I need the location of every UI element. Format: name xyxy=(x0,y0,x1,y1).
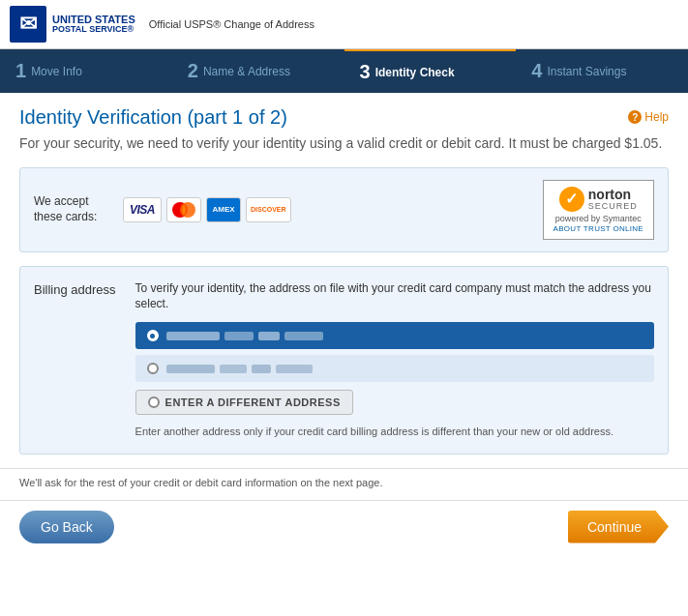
norton-top: ✓ norton SECURED xyxy=(553,187,643,212)
step-3-current[interactable]: 3 Identity Check xyxy=(344,49,517,93)
title-row: Identity Verification (part 1 of 2) ? He… xyxy=(19,106,669,129)
page-subtitle: For your security, we need to verify you… xyxy=(19,134,669,154)
step-4[interactable]: 4 Instant Savings xyxy=(516,49,688,93)
address-1-blocks xyxy=(166,332,323,340)
different-addr-label: ENTER A DIFFERENT ADDRESS xyxy=(165,396,341,408)
usps-logo: ✉ UNITED STATES POSTAL SERVICE® xyxy=(10,6,135,43)
usps-text: UNITED STATES POSTAL SERVICE® xyxy=(52,14,135,35)
radio-unselected-icon xyxy=(147,363,159,374)
norton-secured: SECURED xyxy=(588,201,638,211)
billing-content: To verify your identity, the address on … xyxy=(135,280,654,440)
discover-icon: DISCOVER xyxy=(246,197,291,222)
continue-button[interactable]: Continue xyxy=(568,511,669,543)
header: ✉ UNITED STATES POSTAL SERVICE® Official… xyxy=(0,0,688,49)
billing-label: Billing address xyxy=(34,280,116,440)
norton-trust: ABOUT TRUST ONLINE xyxy=(553,224,643,233)
progress-bar: 1 Move Info 2 Name & Address 3 Identity … xyxy=(0,49,688,93)
cards-label: We accept these cards: xyxy=(34,194,111,224)
card-icons: VISA AMEX DISCOVER xyxy=(123,197,291,222)
billing-desc: To verify your identity, the address on … xyxy=(135,280,654,313)
go-back-button[interactable]: Go Back xyxy=(19,511,114,543)
usps-subtitle: POSTAL SERVICE® xyxy=(52,25,135,35)
norton-powered: powered by Symantec xyxy=(553,214,643,223)
official-text: Official USPS® Change of Address xyxy=(143,18,314,30)
help-link[interactable]: ? Help xyxy=(628,110,669,124)
step-1-label: Move Info xyxy=(31,65,82,78)
radio-selected-icon xyxy=(147,330,159,341)
step-2-num: 2 xyxy=(188,60,198,82)
mastercard-icon xyxy=(166,197,201,222)
svg-text:✉: ✉ xyxy=(19,12,37,36)
norton-badge: ✓ norton SECURED powered by Symantec ABO… xyxy=(543,180,654,240)
step-4-num: 4 xyxy=(531,60,542,82)
page-title: Identity Verification (part 1 of 2) xyxy=(19,106,287,129)
address-option-1[interactable] xyxy=(135,322,654,349)
norton-label: norton SECURED xyxy=(588,188,638,211)
address-2-blocks xyxy=(166,365,313,373)
usps-eagle-icon: ✉ xyxy=(10,6,46,43)
step-4-label: Instant Savings xyxy=(547,65,626,78)
svg-point-3 xyxy=(180,202,195,218)
step-1-num: 1 xyxy=(15,60,26,82)
step-2[interactable]: 2 Name & Address xyxy=(172,49,344,93)
step-1[interactable]: 1 Move Info xyxy=(0,49,172,93)
address-option-2[interactable] xyxy=(135,355,654,382)
help-label: Help xyxy=(644,110,669,124)
step-2-label: Name & Address xyxy=(203,65,290,78)
different-addr-radio-icon xyxy=(148,396,160,408)
norton-check-icon: ✓ xyxy=(559,187,584,212)
visa-icon: VISA xyxy=(123,197,162,222)
billing-note: Enter another address only if your credi… xyxy=(135,425,654,439)
amex-icon: AMEX xyxy=(206,197,241,222)
billing-inner: Billing address To verify your identity,… xyxy=(34,280,654,440)
step-3-label: Identity Check xyxy=(375,66,455,79)
bottom-bar: Go Back Continue xyxy=(0,500,688,553)
step-3-num: 3 xyxy=(360,61,371,83)
footer-note: We'll ask for the rest of your credit or… xyxy=(0,468,688,496)
billing-section: Billing address To verify your identity,… xyxy=(19,266,669,455)
main-content: Identity Verification (part 1 of 2) ? He… xyxy=(0,93,688,468)
cards-norton-section: We accept these cards: VISA AMEX DISCOV xyxy=(19,167,669,252)
enter-different-address-btn[interactable]: ENTER A DIFFERENT ADDRESS xyxy=(135,390,353,415)
help-icon: ? xyxy=(628,110,642,124)
cards-left: We accept these cards: VISA AMEX DISCOV xyxy=(34,194,291,224)
